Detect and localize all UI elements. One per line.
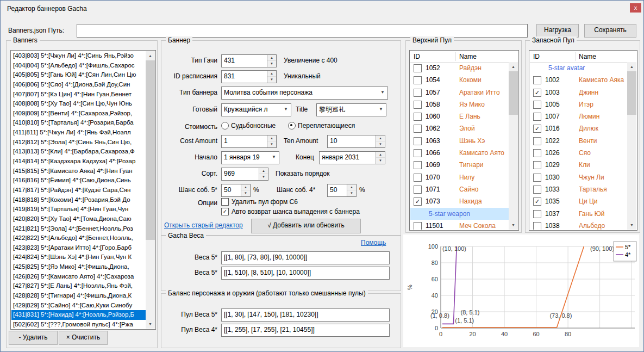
banner-list-item[interactable]: [405|805] 5*:[Гань Юй] 4*:[Сян Лин,Син Ц… <box>11 70 146 80</box>
row-checkbox[interactable]: ✓ <box>414 197 422 206</box>
id-column-header[interactable]: ID <box>533 53 540 60</box>
schedule-id-input[interactable]: 831 ▲▼ <box>221 70 277 83</box>
pool-row[interactable]: 1063Шэнь Хэ <box>410 135 509 147</box>
pool-row[interactable]: 1060Е Лань <box>410 110 509 122</box>
dropdown-arrow-icon[interactable]: ▼ <box>378 87 387 99</box>
row-checkbox[interactable] <box>414 101 422 109</box>
open-old-editor-link[interactable]: Открыть старый редактор <box>164 221 243 229</box>
banner-list-item[interactable]: [417|817] 5*:[Райдэн] 4*:[Кудзё Сара,Сян <box>11 186 146 195</box>
banner-list-item[interactable]: [409|809] 5*:[Венти] 4*:[Сахароза,Рэйзор… <box>11 109 146 119</box>
banner-list-item[interactable]: [414|814] 5*:[Каэдэхара Кадзуха] 4*:[Роз… <box>11 157 146 166</box>
row-checkbox[interactable] <box>414 113 422 121</box>
banner-list-item[interactable]: [407|807] 5*:[Кэ Цин] 4*:[Нин Гуан,Бенне… <box>11 90 146 100</box>
pool-row[interactable]: 1070Нилу <box>410 171 509 183</box>
row-checkbox[interactable]: ✓ <box>533 89 541 97</box>
pool-row[interactable]: ✓1073Нахида <box>410 195 509 207</box>
begin-date-picker[interactable]: 1 января 19 ▼ <box>221 151 279 164</box>
save-button[interactable]: Сохранять <box>584 24 636 38</box>
pool-row[interactable]: 1058Яэ Мико <box>410 98 509 110</box>
banner-list-item[interactable]: [423|823] 5*:[Аратаки Итто] 4*:[Горо,Бар… <box>11 243 146 253</box>
remove-c6-pool-checkbox[interactable]: Удалить пул форм С6 <box>221 198 298 206</box>
row-checkbox[interactable]: ✓ <box>533 197 541 206</box>
weights5-input[interactable]: [[1, 80], [73, 80], [90, 10000]] <box>221 251 390 264</box>
spin-down-icon[interactable]: ▼ <box>267 76 276 83</box>
banner-list-item[interactable]: [420|820] 5*:[Ху Тао] 4*:[Тома,Диона,Саю <box>11 214 146 224</box>
close-button[interactable]: x <box>630 3 641 13</box>
row-checkbox[interactable] <box>533 222 541 230</box>
delete-banner-button[interactable]: - Удалить <box>9 331 58 345</box>
spin-down-icon[interactable]: ▼ <box>241 190 250 196</box>
banner-list-item[interactable]: [424|824] 5*:[Шэнь Хэ] 4*:[Нин Гуан,Чун … <box>11 252 146 262</box>
scroll-down-icon[interactable]: ▼ <box>146 319 155 329</box>
dropdown-arrow-icon[interactable]: ▼ <box>269 152 279 164</box>
banner-type-select[interactable]: Молитва события персонажа ▼ <box>221 87 388 100</box>
spin-down-icon[interactable]: ▼ <box>347 190 356 196</box>
banner-list-item[interactable]: [410|810] 5*:[Тарталья] 4*:[Розария,Барб… <box>11 118 146 128</box>
pool-row[interactable]: ✓1003Джинн <box>530 87 627 98</box>
pool-row[interactable]: ✓1016Дилюк <box>530 122 627 134</box>
pool-row[interactable]: 1071Сайно <box>410 183 509 195</box>
banner-list-item[interactable]: [412|812] 5*:[Эола] 4*:[Синь Янь,Син Цю, <box>11 138 146 147</box>
cost-amount-input[interactable]: 1 ▲▼ <box>221 135 277 148</box>
pool-row[interactable]: 1007Люмин <box>530 110 627 122</box>
row-checkbox[interactable] <box>414 89 422 97</box>
pool-section-row[interactable]: 5-star weapon <box>410 208 509 220</box>
reserve-pool-list[interactable]: ID Name 5-star avatar1002Камисато Аяка✓1… <box>529 50 637 231</box>
row-checkbox[interactable] <box>414 137 422 145</box>
banner-list-item[interactable]: [426|826] 5*:[Камисато Аято] 4*:[Сахароз… <box>11 272 146 282</box>
pool-weights5-input[interactable]: [[1, 30], [147, 150], [181, 10230]] <box>221 308 390 322</box>
pool-row[interactable]: 1062Элой <box>410 122 509 134</box>
pool-row[interactable]: 1002Камисато Аяка <box>530 74 627 86</box>
row-checkbox[interactable] <box>533 113 541 121</box>
banner-list-item[interactable]: [411|811] 5*:[Чжун Ли] 4*:[Янь Фэй,Ноэлл <box>11 128 146 138</box>
row-checkbox[interactable] <box>414 174 422 182</box>
sort-input[interactable]: 969 ▲▼ <box>221 168 268 181</box>
banner-list-item[interactable]: [421|821] 5*:[Эола] 4*:[Беннет,Ноэлль,Ро… <box>11 224 146 234</box>
banner-list-item[interactable]: [431|831] 5*:[Нахида] 4*:[Ноэлль,Рэйзор,… <box>11 310 146 320</box>
banners-listbox[interactable]: [403|803] 5*:[Чжун Ли] 4*:[Синь Янь,Рэйз… <box>10 50 156 330</box>
spin-down-icon[interactable]: ▼ <box>376 141 385 147</box>
banner-list-item[interactable]: [419|819] 5*:[Тарталья] 4*:[Нин Гуан,Чун <box>11 205 146 214</box>
scroll-down-icon[interactable]: ▼ <box>627 220 636 230</box>
cost-amount-spinner[interactable]: ▲▼ <box>267 135 276 147</box>
row-checkbox[interactable] <box>533 101 541 109</box>
scroll-up-icon[interactable]: ▲ <box>146 51 155 60</box>
chance4-input[interactable]: 50 ▲▼ <box>327 184 357 197</box>
scroll-thumb[interactable] <box>627 71 636 115</box>
row-checkbox[interactable] <box>533 161 541 169</box>
row-checkbox[interactable] <box>533 210 541 218</box>
row-checkbox[interactable] <box>414 76 422 84</box>
scroll-up-icon[interactable]: ▲ <box>509 62 518 71</box>
spin-down-icon[interactable]: ▼ <box>376 157 385 164</box>
banner-list-item[interactable]: [428|828] 5*:[Тигнари] 4*:[Фишль,Диона,К <box>11 291 146 301</box>
path-input[interactable] <box>77 24 528 38</box>
pool-row[interactable]: 1022Венти <box>530 135 627 147</box>
row-checkbox[interactable] <box>414 64 422 72</box>
chance4-spinner[interactable]: ▲▼ <box>347 184 356 196</box>
row-checkbox[interactable] <box>414 186 422 194</box>
pool-row[interactable]: 1038Альбедо <box>530 220 627 230</box>
prefab-select[interactable]: Кружащийся л ▼ <box>221 103 291 116</box>
pool-row[interactable]: 1066Камисато Аято <box>410 147 509 159</box>
row-checkbox[interactable] <box>414 222 422 230</box>
banner-list-item[interactable]: [418|818] 5*:[Кокоми] 4*:[Розария,Бэй До <box>11 195 146 205</box>
end-date-spinner[interactable]: ▲▼ <box>376 152 385 164</box>
spin-down-icon[interactable]: ▼ <box>259 174 268 180</box>
reserve-pool-scrollbar[interactable]: ▲ ▼ <box>627 62 636 230</box>
clear-banners-button[interactable]: × Очистить <box>59 331 108 345</box>
dropdown-arrow-icon[interactable]: ▼ <box>376 104 386 116</box>
pool-row[interactable]: 1033Тарталья <box>530 183 627 195</box>
weights4-input[interactable]: [[1, 510], [8, 510], [10, 10000]] <box>221 267 390 280</box>
cost-option-fate[interactable]: Судьбоносные <box>221 122 276 129</box>
pool-row[interactable]: 1005Итэр <box>530 98 627 110</box>
row-checkbox[interactable] <box>533 174 541 182</box>
pool-row[interactable]: 1054Кокоми <box>410 74 509 86</box>
pool-row[interactable]: ✓1035Ци Ци <box>530 195 627 207</box>
add-or-update-button[interactable]: √ Добавить или обновить <box>251 219 361 233</box>
banner-list-item[interactable]: [408|808] 5*:[Ху Тао] 4*:[Син Цю,Чун Юнь <box>11 99 146 109</box>
banner-list-item[interactable]: [425|825] 5*:[Яэ Мико] 4*:[Фишль,Диона, <box>11 262 146 272</box>
title-select[interactable]: 黎明巡礼 ▼ <box>316 103 386 116</box>
pool-row[interactable]: 1029Кли <box>530 159 627 171</box>
chance5-spinner[interactable]: ▲▼ <box>241 184 250 196</box>
gacha-type-spinner[interactable]: ▲▼ <box>267 55 276 67</box>
